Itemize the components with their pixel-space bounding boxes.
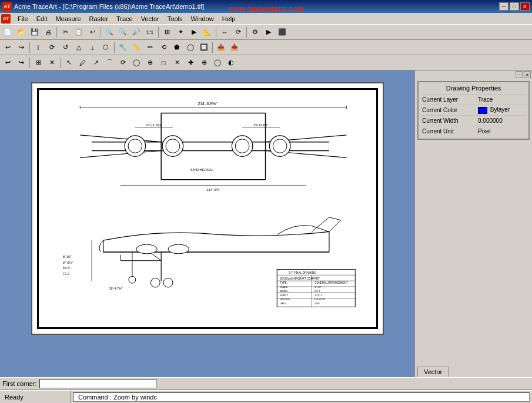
svg-text:214'-6.8%": 214'-6.8%" bbox=[198, 102, 218, 106]
diag-button[interactable]: ↗ bbox=[89, 56, 102, 69]
menu-bar: AT File Edit Measure Raster Trace Vector… bbox=[0, 13, 532, 25]
x-button[interactable]: ✕ bbox=[170, 56, 183, 69]
redo3-button[interactable]: ↪ bbox=[15, 56, 28, 69]
current-layer-label: Current Layer bbox=[421, 96, 477, 103]
vector-tab[interactable]: Vector bbox=[417, 367, 449, 377]
perp-button[interactable]: ⟂ bbox=[86, 41, 99, 54]
snap-button[interactable]: ✦ bbox=[174, 26, 187, 39]
halfcircle-button[interactable]: ◐ bbox=[225, 56, 237, 69]
aircraft-drawing: 214'-6.8%" 17'-11.62A 15-11.82" 4.5°DIHE… bbox=[39, 90, 376, 327]
circle2-button[interactable]: ◯ bbox=[211, 56, 224, 69]
svg-text:1 OF 1: 1 OF 1 bbox=[314, 294, 322, 297]
rect-button[interactable]: 🔲 bbox=[198, 41, 210, 54]
svg-text:1"=40': 1"=40' bbox=[314, 286, 321, 288]
menu-edit[interactable]: Edit bbox=[33, 14, 51, 23]
new-button[interactable]: 📄 bbox=[1, 26, 14, 39]
copy-button[interactable]: 📋 bbox=[72, 26, 85, 39]
drawing-properties-panel: Drawing Properties Current Layer Trace C… bbox=[417, 81, 530, 140]
close-button[interactable]: ✕ bbox=[520, 2, 530, 11]
panel-title: Drawing Properties bbox=[421, 85, 526, 92]
svg-text:72.2: 72.2 bbox=[62, 272, 69, 276]
menu-vector[interactable]: Vector bbox=[138, 14, 163, 23]
menu-tools[interactable]: Tools bbox=[164, 14, 186, 23]
save-button[interactable]: 💾 bbox=[28, 26, 41, 39]
sep2 bbox=[101, 27, 101, 38]
ruler-button[interactable]: 📏 bbox=[130, 41, 143, 54]
drawing-frame: 214'-6.8%" 17'-11.62A 15-11.82" 4.5°DIHE… bbox=[31, 82, 384, 335]
minimize-button[interactable]: ─ bbox=[499, 2, 508, 11]
select-button[interactable]: ↖ bbox=[62, 56, 75, 69]
canvas-area[interactable]: 214'-6.8%" 17'-11.62A 15-11.82" 4.5°DIHE… bbox=[0, 70, 414, 377]
grid2-button[interactable]: ⊞ bbox=[32, 56, 45, 69]
svg-text:214'-0½": 214'-0½" bbox=[206, 188, 220, 192]
ccw-button[interactable]: ↺ bbox=[59, 41, 72, 54]
arrow-button[interactable]: ↔ bbox=[218, 26, 231, 39]
menu-measure[interactable]: Measure bbox=[52, 14, 85, 23]
current-color-value: Bylayer bbox=[477, 106, 526, 113]
triangle-button[interactable]: △ bbox=[72, 41, 85, 54]
current-unit-label: Current Unit bbox=[421, 128, 477, 135]
rotate-button[interactable]: ⟳ bbox=[232, 26, 245, 39]
undo2-button[interactable]: ↩ bbox=[1, 41, 14, 54]
panel-minimize-button[interactable]: ─ bbox=[516, 71, 523, 78]
run-button[interactable]: ▶ bbox=[262, 26, 275, 39]
export-button[interactable]: 📤 bbox=[215, 41, 227, 54]
arc-button[interactable]: ⌒ bbox=[103, 56, 116, 69]
undo3-button[interactable]: ↩ bbox=[1, 56, 14, 69]
watermark: www.ouyaoxiazai.com bbox=[229, 5, 303, 13]
current-layer-row: Current Layer Trace bbox=[421, 94, 526, 105]
settings-button[interactable]: ⚙ bbox=[249, 26, 262, 39]
rotate2-button[interactable]: ⟲ bbox=[157, 41, 170, 54]
zoom-out-button[interactable]: 🔍 bbox=[116, 26, 129, 39]
hex-button[interactable]: ⬡ bbox=[99, 41, 112, 54]
cross2-button[interactable]: ✚ bbox=[184, 56, 197, 69]
main-area: 214'-6.8%" 17'-11.62A 15-11.82" 4.5°DIHE… bbox=[0, 70, 532, 377]
svg-text:DOUGLAS AIRCRAFT COMPANY: DOUGLAS AIRCRAFT COMPANY bbox=[280, 277, 320, 280]
pen-button[interactable]: 🖊 bbox=[76, 56, 89, 69]
sep8 bbox=[212, 42, 213, 53]
first-corner-input[interactable] bbox=[39, 379, 157, 388]
square-button[interactable]: □ bbox=[157, 56, 170, 69]
svg-point-42 bbox=[168, 244, 188, 254]
grid-button[interactable]: ⊞ bbox=[160, 26, 173, 39]
svg-line-31 bbox=[329, 217, 340, 220]
cross-button[interactable]: ✕ bbox=[45, 56, 58, 69]
cut-button[interactable]: ✂ bbox=[59, 26, 72, 39]
pencil-button[interactable]: ✏ bbox=[143, 41, 156, 54]
menu-window[interactable]: Window bbox=[188, 14, 218, 23]
menu-trace[interactable]: Trace bbox=[113, 14, 136, 23]
zoom-fit-button[interactable]: 🔎 bbox=[130, 26, 143, 39]
circle-button[interactable]: ◯ bbox=[184, 41, 197, 54]
oval-button[interactable]: ◯ bbox=[130, 56, 143, 69]
redo2-button[interactable]: ↪ bbox=[15, 41, 28, 54]
current-layer-value: Trace bbox=[477, 96, 526, 103]
zoom-1to1-button[interactable]: 1:1 bbox=[143, 26, 156, 39]
svg-point-15 bbox=[235, 139, 249, 153]
play-button[interactable]: ▶ bbox=[188, 26, 200, 39]
wrench-button[interactable]: 🔧 bbox=[116, 41, 129, 54]
info-button[interactable]: i bbox=[32, 41, 45, 54]
zoom-in-button[interactable]: 🔍 bbox=[103, 26, 116, 39]
open-button[interactable]: 📂 bbox=[15, 26, 28, 39]
block-button[interactable]: ⬛ bbox=[276, 26, 289, 39]
status-bar-bottom: Ready Command : Zoom by windc bbox=[0, 390, 532, 403]
restore-button[interactable]: □ bbox=[510, 2, 519, 11]
svg-text:17'-11.62A: 17'-11.62A bbox=[145, 123, 162, 127]
diamond-button[interactable]: ⬟ bbox=[170, 41, 183, 54]
undo-button[interactable]: ↩ bbox=[86, 26, 99, 39]
first-corner-label: First corner: bbox=[2, 380, 37, 387]
import-button[interactable]: 📥 bbox=[228, 41, 241, 54]
menu-help[interactable]: Help bbox=[219, 14, 239, 23]
plus-button[interactable]: ⊕ bbox=[143, 56, 156, 69]
panel-controls: ─ ✕ bbox=[415, 70, 532, 79]
menu-raster[interactable]: Raster bbox=[86, 14, 112, 23]
refresh-button[interactable]: ⟳ bbox=[45, 41, 58, 54]
print-button[interactable]: 🖨 bbox=[42, 26, 55, 39]
svg-text:16'-4.7%": 16'-4.7%" bbox=[109, 287, 122, 290]
measure-button[interactable]: 📐 bbox=[201, 26, 214, 39]
color-swatch[interactable] bbox=[478, 107, 487, 114]
panel-close-button[interactable]: ✕ bbox=[524, 71, 531, 78]
menu-file[interactable]: File bbox=[14, 14, 32, 23]
target-button[interactable]: ⊕ bbox=[198, 56, 210, 69]
rotate3-button[interactable]: ⟳ bbox=[116, 56, 129, 69]
